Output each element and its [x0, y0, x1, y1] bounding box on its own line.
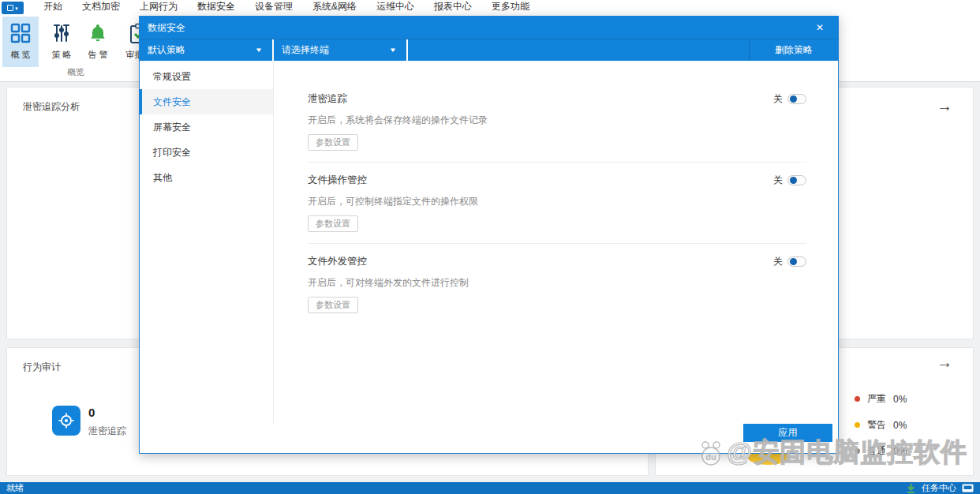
dialog-title: 数据安全 [148, 21, 185, 35]
legend-value: 0% [893, 446, 907, 457]
legend-value: 0% [893, 420, 907, 431]
ribbon-group-label: 概览 [46, 66, 106, 78]
section-description: 开启后，可控制终端指定文件的操作权限 [308, 195, 806, 208]
toggle-group: 关 [773, 255, 806, 268]
leak-trace-stat: 0 泄密追踪 [52, 406, 126, 438]
section-leak-trace: 泄密追踪 关 开启后，系统将会保存终端的操作文件记录 参数设置 [308, 92, 806, 151]
sidebar-item-file-security[interactable]: 文件安全 [140, 89, 273, 114]
ribbon-policy-button[interactable]: 策 略 [43, 17, 80, 67]
panel-title: 泄密追踪分析 [23, 100, 80, 114]
sidebar-item-general-settings[interactable]: 常规设置 [140, 64, 273, 89]
normal-dot-icon [855, 448, 860, 454]
section-description: 开启后，系统将会保存终端的操作文件记录 [308, 114, 806, 127]
legend-label: 严重 [867, 392, 886, 406]
alert-bell-icon [88, 21, 108, 45]
dialog-footer: 应用 [140, 424, 838, 453]
toggle-state-label: 关 [773, 92, 783, 106]
status-ready-label: 就绪 [6, 482, 24, 494]
parameter-settings-button[interactable]: 参数设置 [308, 134, 358, 151]
section-divider [308, 162, 806, 163]
overview-grid-icon [10, 21, 31, 45]
dialog-content: 泄密追踪 关 开启后，系统将会保存终端的操作文件记录 参数设置 文件操作管控 [274, 61, 838, 424]
toggle-knob [790, 177, 797, 184]
ribbon-button-label: 策 略 [51, 49, 71, 61]
policy-sliders-icon [51, 21, 72, 45]
toggle-knob [790, 95, 797, 103]
toggle-state-label: 关 [773, 255, 783, 268]
severe-dot-icon [855, 396, 860, 402]
menu-bar: ▾ 开始 文档加密 上网行为 数据安全 设备管理 系统&网络 运维中心 报表中心… [0, 0, 980, 15]
dialog-body: 常规设置 文件安全 屏幕安全 打印安全 其他 泄密追踪 关 开启后，系统将会保存… [140, 61, 838, 424]
file-operation-toggle[interactable] [787, 175, 806, 185]
policy-dropdown-value: 默认策略 [148, 43, 185, 57]
delete-policy-button[interactable]: 删除策略 [749, 39, 838, 61]
toggle-group: 关 [773, 92, 806, 106]
caret-down-icon: ▼ [389, 47, 397, 54]
caret-down-icon: ▼ [255, 47, 263, 54]
section-title: 泄密追踪 [308, 92, 347, 106]
terminal-dropdown-placeholder: 请选择终端 [282, 43, 329, 57]
stat-label: 泄密追踪 [88, 425, 126, 438]
legend-item-normal: 普通 0% [855, 444, 907, 458]
window-icon [7, 5, 13, 11]
ribbon-button-label: 告 警 [88, 49, 107, 61]
toggle-knob [790, 258, 797, 265]
app-menu-button[interactable]: ▾ [2, 2, 24, 14]
section-title: 文件外发管控 [308, 255, 367, 268]
warning-dot-icon [855, 422, 860, 428]
section-description: 开启后，可对终端外发的文件进行控制 [308, 276, 806, 290]
sidebar-item-screen-security[interactable]: 屏幕安全 [140, 114, 273, 140]
status-bar: 就绪 任务中心 [0, 482, 980, 494]
ribbon-overview-button[interactable]: 概 览 [2, 17, 39, 67]
legend-label: 警告 [867, 418, 886, 432]
arrow-right-icon[interactable]: → [937, 98, 952, 114]
data-security-dialog: 数据安全 ✕ 默认策略 ▼ 请选择终端 ▼ 删除策略 常规设置 文件安全 屏幕安… [139, 16, 839, 454]
section-file-outgoing-control: 文件外发管控 关 开启后，可对终端外发的文件进行控制 参数设置 [308, 255, 806, 313]
delete-policy-label: 删除策略 [775, 43, 813, 57]
status-right: 任务中心 [906, 482, 974, 494]
dialog-title-bar: 数据安全 ✕ [140, 17, 838, 39]
terminal-dropdown[interactable]: 请选择终端 ▼ [274, 39, 408, 61]
sidebar-item-print-security[interactable]: 打印安全 [140, 140, 273, 165]
ribbon-button-label: 概 览 [10, 49, 30, 61]
download-icon [906, 483, 916, 493]
app-window: ▾ 开始 文档加密 上网行为 数据安全 设备管理 系统&网络 运维中心 报表中心… [0, 0, 980, 494]
ribbon-alert-button[interactable]: 告 警 [80, 17, 116, 67]
legend-item-severe: 严重 0% [855, 392, 907, 406]
parameter-settings-button[interactable]: 参数设置 [308, 297, 358, 313]
dialog-toolbar: 默认策略 ▼ 请选择终端 ▼ 删除策略 [140, 39, 838, 61]
task-center-button[interactable]: 任务中心 [922, 482, 956, 494]
parameter-settings-button[interactable]: 参数设置 [308, 215, 358, 232]
taskbar-monitor-icon[interactable] [962, 484, 974, 492]
arrow-right-icon[interactable]: → [937, 354, 952, 370]
section-title: 文件操作管控 [308, 174, 367, 187]
stat-value: 0 [88, 406, 126, 419]
chevron-down-icon: ▾ [15, 6, 18, 11]
legend-value: 0% [893, 394, 907, 405]
panel-title: 行为审计 [23, 361, 61, 374]
toggle-state-label: 关 [773, 174, 783, 187]
close-icon[interactable]: ✕ [816, 22, 824, 33]
section-file-operation-control: 文件操作管控 关 开启后，可控制终端指定文件的操作权限 参数设置 [308, 174, 806, 232]
sidebar-item-other[interactable]: 其他 [140, 165, 273, 190]
toggle-group: 关 [773, 174, 806, 187]
dialog-sidebar: 常规设置 文件安全 屏幕安全 打印安全 其他 [140, 61, 274, 424]
apply-button[interactable]: 应用 [743, 424, 832, 442]
file-outgoing-toggle[interactable] [787, 256, 806, 267]
legend-label: 普通 [867, 444, 886, 458]
policy-dropdown[interactable]: 默认策略 ▼ [140, 39, 274, 61]
leak-trace-target-icon [52, 406, 80, 436]
stat-text: 0 泄密追踪 [88, 406, 126, 438]
section-divider [308, 243, 806, 244]
legend-item-warning: 警告 0% [855, 418, 907, 432]
leak-trace-toggle[interactable] [787, 94, 806, 104]
